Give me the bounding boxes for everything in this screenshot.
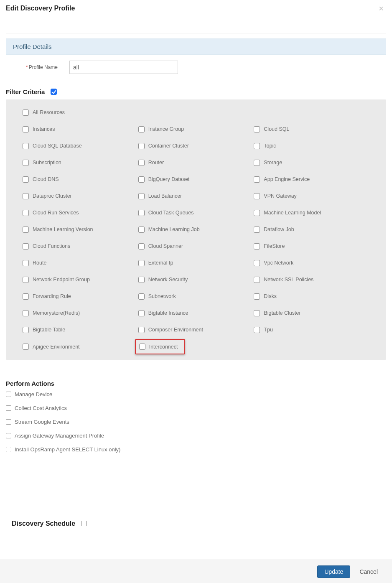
action-checkbox[interactable] bbox=[6, 447, 11, 452]
filter-item-disks: Disks bbox=[254, 293, 369, 300]
filter-label: Cloud SQL bbox=[264, 126, 289, 132]
filter-checkbox-disks[interactable] bbox=[254, 293, 260, 300]
action-checkbox[interactable] bbox=[6, 419, 11, 425]
filter-checkbox-app-engine-service[interactable] bbox=[254, 176, 260, 183]
filter-checkbox-route[interactable] bbox=[23, 260, 29, 266]
filter-checkbox-bigtable-instance[interactable] bbox=[138, 310, 145, 316]
filter-label: External Ip bbox=[148, 260, 173, 266]
filter-checkbox-cloud-run-services[interactable] bbox=[23, 210, 29, 216]
action-checkbox[interactable] bbox=[6, 433, 11, 438]
filter-item-instances: Instances bbox=[23, 125, 138, 133]
filter-item-bigtable-instance: Bigtable Instance bbox=[138, 309, 254, 317]
filter-checkbox-composer-environment[interactable] bbox=[138, 327, 145, 333]
filter-criteria-grid: All ResourcesInstancesInstance GroupClou… bbox=[6, 99, 386, 360]
filter-label: Subnetwork bbox=[148, 293, 176, 299]
filter-label: Network SSL Policies bbox=[264, 277, 313, 283]
filter-checkbox-bigquery-dataset[interactable] bbox=[138, 176, 145, 183]
filter-checkbox-subscription[interactable] bbox=[23, 160, 29, 166]
filter-checkbox-vpc-network[interactable] bbox=[254, 260, 260, 266]
filter-checkbox-subnetwork[interactable] bbox=[138, 293, 145, 300]
filter-label: Apigee Environment bbox=[33, 344, 80, 350]
filter-checkbox-tpu[interactable] bbox=[254, 327, 260, 333]
filter-checkbox-topic[interactable] bbox=[254, 143, 260, 149]
action-item: Assign Gateway Management Profile bbox=[6, 433, 386, 439]
filter-checkbox-bigtable-table[interactable] bbox=[23, 327, 29, 333]
filter-item-instance-group: Instance Group bbox=[138, 125, 254, 133]
filter-checkbox-machine-learning-job[interactable] bbox=[138, 227, 145, 233]
filter-item-apigee-environment: Apigee Environment bbox=[23, 343, 138, 351]
filter-checkbox-cloud-dns[interactable] bbox=[23, 176, 29, 183]
highlighted-filter-item: Interconnect bbox=[135, 339, 186, 354]
dialog-body[interactable]: Profile Details *Profile Name Filter Cri… bbox=[0, 15, 392, 560]
profile-name-row: *Profile Name bbox=[6, 61, 386, 74]
filter-item-external-ip: External Ip bbox=[138, 259, 254, 267]
filter-checkbox-instance-group[interactable] bbox=[138, 126, 145, 132]
filter-checkbox-all-resources[interactable] bbox=[23, 109, 29, 116]
action-checkbox[interactable] bbox=[6, 392, 11, 397]
filter-checkbox-machine-learning-model[interactable] bbox=[254, 210, 260, 216]
filter-item-subscription: Subscription bbox=[23, 159, 138, 166]
profile-name-label: *Profile Name bbox=[26, 64, 69, 70]
update-button[interactable]: Update bbox=[317, 565, 350, 578]
discovery-schedule-checkbox[interactable] bbox=[81, 521, 87, 526]
filter-checkbox-load-balancer[interactable] bbox=[138, 193, 145, 199]
filter-item-topic: Topic bbox=[254, 142, 369, 150]
filter-checkbox-container-cluster[interactable] bbox=[138, 143, 145, 149]
filter-item-network-endpoint-group: Network Endpoint Group bbox=[23, 276, 138, 283]
filter-checkbox-vpn-gateway[interactable] bbox=[254, 193, 260, 199]
filter-label: Instance Group bbox=[148, 126, 184, 132]
close-icon[interactable]: × bbox=[377, 4, 385, 13]
filter-label: Subscription bbox=[33, 160, 61, 165]
filter-checkbox-memorystore-redis[interactable] bbox=[23, 310, 29, 316]
filter-label: Composer Environment bbox=[148, 327, 203, 333]
filter-checkbox-filestore[interactable] bbox=[254, 243, 260, 249]
filter-checkbox-forwarding-rule[interactable] bbox=[23, 293, 29, 300]
action-label: Assign Gateway Management Profile bbox=[15, 433, 104, 439]
filter-checkbox-network-ssl-policies[interactable] bbox=[254, 277, 260, 283]
filter-checkbox-network-endpoint-group[interactable] bbox=[23, 277, 29, 283]
filter-checkbox-dataflow-job[interactable] bbox=[254, 227, 260, 233]
filter-label: Dataproc Cluster bbox=[33, 193, 72, 199]
filter-item-dataproc-cluster: Dataproc Cluster bbox=[23, 192, 138, 200]
filter-label: Cloud SQL Database bbox=[33, 143, 82, 149]
filter-criteria-master-checkbox[interactable] bbox=[51, 89, 57, 95]
filter-label: Tpu bbox=[264, 327, 273, 333]
action-label: Stream Google Events bbox=[15, 419, 69, 425]
filter-checkbox-external-ip[interactable] bbox=[138, 260, 145, 266]
filter-label: Topic bbox=[264, 143, 276, 149]
profile-name-input[interactable] bbox=[69, 61, 178, 74]
filter-checkbox-cloud-task-queues[interactable] bbox=[138, 210, 145, 216]
filter-checkbox-apigee-environment[interactable] bbox=[23, 344, 29, 350]
filter-label: Bigtable Cluster bbox=[264, 310, 300, 316]
filter-checkbox-machine-learning-version[interactable] bbox=[23, 227, 29, 233]
filter-label: Machine Learning Model bbox=[264, 210, 321, 216]
filter-label: Cloud Run Services bbox=[33, 210, 79, 216]
filter-checkbox-cloud-sql[interactable] bbox=[254, 126, 260, 132]
cancel-button[interactable]: Cancel bbox=[359, 568, 378, 575]
filter-checkbox-bigtable-cluster[interactable] bbox=[254, 310, 260, 316]
filter-label: Storage bbox=[264, 160, 282, 165]
filter-checkbox-storage[interactable] bbox=[254, 160, 260, 166]
filter-checkbox-cloud-sql-database[interactable] bbox=[23, 143, 29, 149]
filter-label: Interconnect bbox=[149, 344, 178, 350]
filter-checkbox-cloud-spanner[interactable] bbox=[138, 243, 145, 249]
filter-label: Cloud Task Queues bbox=[148, 210, 194, 216]
filter-item-cloud-spanner: Cloud Spanner bbox=[138, 242, 254, 250]
filter-label: All Resources bbox=[33, 109, 65, 115]
filter-checkbox-instances[interactable] bbox=[23, 126, 29, 132]
filter-item-vpn-gateway: VPN Gateway bbox=[254, 192, 369, 200]
filter-checkbox-cloud-functions[interactable] bbox=[23, 243, 29, 249]
filter-item-forwarding-rule: Forwarding Rule bbox=[23, 293, 138, 300]
filter-checkbox-network-security[interactable] bbox=[138, 277, 145, 283]
filter-label: Router bbox=[148, 160, 164, 165]
filter-label: Vpc Network bbox=[264, 260, 293, 266]
filter-label: Route bbox=[33, 260, 46, 266]
action-checkbox[interactable] bbox=[6, 405, 11, 411]
filter-label: Load Balancer bbox=[148, 193, 182, 199]
filter-item-filestore: FileStore bbox=[254, 242, 369, 250]
filter-checkbox-interconnect[interactable] bbox=[139, 344, 145, 350]
filter-checkbox-router[interactable] bbox=[138, 160, 145, 166]
filter-label: Container Cluster bbox=[148, 143, 189, 149]
filter-checkbox-dataproc-cluster[interactable] bbox=[23, 193, 29, 199]
action-label: Collect Cost Analytics bbox=[15, 405, 67, 411]
